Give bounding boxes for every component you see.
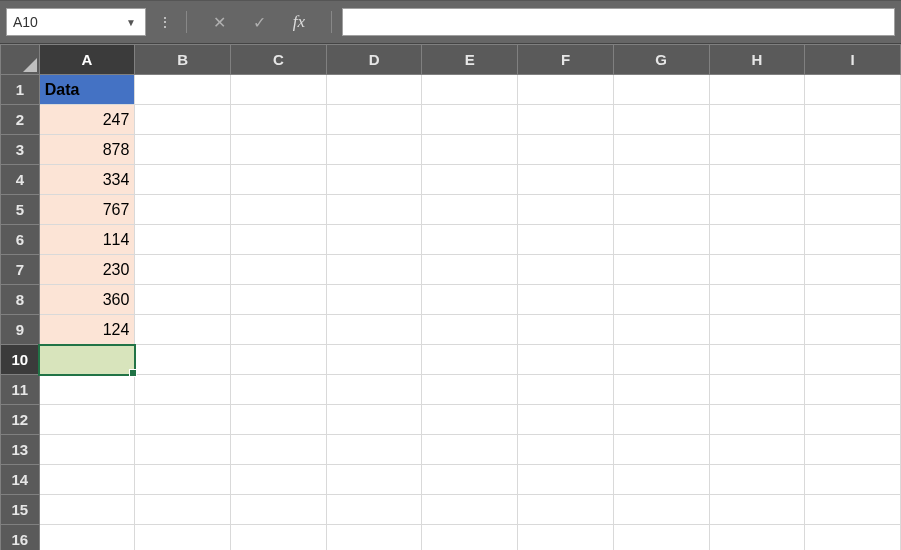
cell-I15[interactable] [805, 495, 901, 525]
cell-E2[interactable] [422, 105, 518, 135]
cell-A4[interactable]: 334 [39, 165, 135, 195]
row-header-7[interactable]: 7 [1, 255, 40, 285]
cell-E8[interactable] [422, 285, 518, 315]
cell-A6[interactable]: 114 [39, 225, 135, 255]
cell-I11[interactable] [805, 375, 901, 405]
cell-C7[interactable] [231, 255, 327, 285]
cell-B7[interactable] [135, 255, 231, 285]
cell-I8[interactable] [805, 285, 901, 315]
cell-C8[interactable] [231, 285, 327, 315]
cell-I4[interactable] [805, 165, 901, 195]
cell-G2[interactable] [613, 105, 709, 135]
cell-C3[interactable] [231, 135, 327, 165]
cell-G16[interactable] [613, 525, 709, 551]
cell-I1[interactable] [805, 75, 901, 105]
cell-H7[interactable] [709, 255, 805, 285]
cell-B3[interactable] [135, 135, 231, 165]
cell-D1[interactable] [326, 75, 422, 105]
cell-E4[interactable] [422, 165, 518, 195]
row-header-5[interactable]: 5 [1, 195, 40, 225]
cell-E15[interactable] [422, 495, 518, 525]
cell-C16[interactable] [231, 525, 327, 551]
cell-F6[interactable] [518, 225, 614, 255]
cell-G5[interactable] [613, 195, 709, 225]
cell-B12[interactable] [135, 405, 231, 435]
cell-E7[interactable] [422, 255, 518, 285]
cell-A16[interactable] [39, 525, 135, 551]
spreadsheet-grid[interactable]: ABCDEFGHI 1Data2247387843345767611472308… [0, 44, 901, 550]
cell-A1[interactable]: Data [39, 75, 135, 105]
cell-E6[interactable] [422, 225, 518, 255]
cell-F2[interactable] [518, 105, 614, 135]
cell-C9[interactable] [231, 315, 327, 345]
formula-input[interactable] [342, 8, 895, 36]
cell-D12[interactable] [326, 405, 422, 435]
cell-E13[interactable] [422, 435, 518, 465]
column-header-C[interactable]: C [231, 45, 327, 75]
cell-H2[interactable] [709, 105, 805, 135]
cell-G14[interactable] [613, 465, 709, 495]
cell-H13[interactable] [709, 435, 805, 465]
cell-G11[interactable] [613, 375, 709, 405]
cell-E14[interactable] [422, 465, 518, 495]
cell-E9[interactable] [422, 315, 518, 345]
row-header-6[interactable]: 6 [1, 225, 40, 255]
cell-F5[interactable] [518, 195, 614, 225]
cell-C12[interactable] [231, 405, 327, 435]
cell-I3[interactable] [805, 135, 901, 165]
customize-handle-icon[interactable]: ⋮ [156, 14, 176, 30]
cell-I5[interactable] [805, 195, 901, 225]
cell-B11[interactable] [135, 375, 231, 405]
cell-H10[interactable] [709, 345, 805, 375]
column-header-F[interactable]: F [518, 45, 614, 75]
cell-A7[interactable]: 230 [39, 255, 135, 285]
cell-F15[interactable] [518, 495, 614, 525]
column-header-D[interactable]: D [326, 45, 422, 75]
cell-A14[interactable] [39, 465, 135, 495]
cell-I10[interactable] [805, 345, 901, 375]
cell-F10[interactable] [518, 345, 614, 375]
cell-F11[interactable] [518, 375, 614, 405]
cell-F16[interactable] [518, 525, 614, 551]
cell-I16[interactable] [805, 525, 901, 551]
cell-F9[interactable] [518, 315, 614, 345]
row-header-11[interactable]: 11 [1, 375, 40, 405]
cell-A15[interactable] [39, 495, 135, 525]
column-header-H[interactable]: H [709, 45, 805, 75]
cell-D2[interactable] [326, 105, 422, 135]
cell-D11[interactable] [326, 375, 422, 405]
cell-B1[interactable] [135, 75, 231, 105]
cell-I13[interactable] [805, 435, 901, 465]
cell-E16[interactable] [422, 525, 518, 551]
cell-F13[interactable] [518, 435, 614, 465]
row-header-16[interactable]: 16 [1, 525, 40, 551]
cell-H5[interactable] [709, 195, 805, 225]
insert-function-button[interactable]: fx [287, 10, 311, 34]
row-header-12[interactable]: 12 [1, 405, 40, 435]
column-header-A[interactable]: A [39, 45, 135, 75]
cell-B5[interactable] [135, 195, 231, 225]
cell-C10[interactable] [231, 345, 327, 375]
cell-F14[interactable] [518, 465, 614, 495]
cell-D16[interactable] [326, 525, 422, 551]
row-header-15[interactable]: 15 [1, 495, 40, 525]
cell-I6[interactable] [805, 225, 901, 255]
cell-C11[interactable] [231, 375, 327, 405]
cell-E1[interactable] [422, 75, 518, 105]
cell-C14[interactable] [231, 465, 327, 495]
cell-D15[interactable] [326, 495, 422, 525]
cell-F7[interactable] [518, 255, 614, 285]
cell-D7[interactable] [326, 255, 422, 285]
cell-D14[interactable] [326, 465, 422, 495]
cell-I9[interactable] [805, 315, 901, 345]
cell-C2[interactable] [231, 105, 327, 135]
cell-E11[interactable] [422, 375, 518, 405]
cell-C1[interactable] [231, 75, 327, 105]
cell-A3[interactable]: 878 [39, 135, 135, 165]
cell-C6[interactable] [231, 225, 327, 255]
name-box[interactable]: A10 ▼ [6, 8, 146, 36]
cell-E5[interactable] [422, 195, 518, 225]
cell-H6[interactable] [709, 225, 805, 255]
cell-A9[interactable]: 124 [39, 315, 135, 345]
cell-H9[interactable] [709, 315, 805, 345]
